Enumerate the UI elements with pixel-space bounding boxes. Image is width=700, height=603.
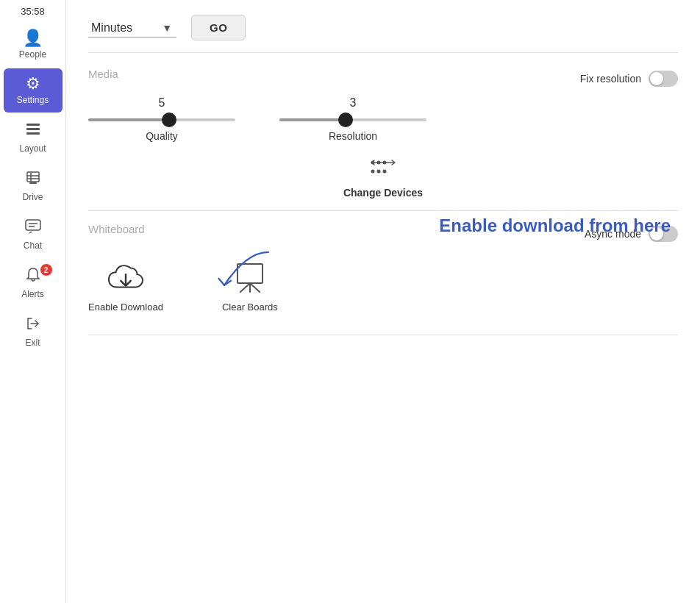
duration-row: Minutes Seconds Hours ▼ GO	[88, 15, 678, 40]
enable-download-icon	[107, 259, 144, 296]
exit-icon	[25, 315, 41, 335]
resolution-slider-thumb[interactable]	[338, 113, 353, 127]
enable-download-label: Enable Download	[88, 302, 163, 313]
async-mode-label: Async mode	[585, 228, 641, 240]
duration-dropdown[interactable]: Minutes Seconds Hours	[88, 18, 176, 38]
duration-dropdown-container: Minutes Seconds Hours ▼	[88, 18, 176, 38]
svg-line-23	[250, 283, 260, 292]
async-mode-group: Async mode	[585, 226, 678, 242]
divider-3	[88, 335, 678, 335]
sidebar-item-exit[interactable]: Exit	[4, 308, 63, 355]
clear-boards-label: Clear Boards	[222, 302, 278, 313]
sidebar-item-label-layout: Layout	[19, 143, 46, 154]
resolution-slider-fill	[279, 118, 346, 121]
whiteboard-items: Enable Download Clear Boards	[88, 259, 678, 313]
media-section: Media Fix resolution 5 Quality 3	[88, 68, 678, 211]
async-mode-toggle[interactable]	[649, 226, 678, 242]
divider-2	[88, 210, 678, 211]
people-icon: 👤	[23, 30, 43, 46]
change-devices-section: Change Devices	[88, 157, 678, 199]
sidebar-item-label-drive: Drive	[22, 192, 43, 202]
time-display: 35:58	[21, 6, 45, 17]
clear-boards-icon	[232, 259, 268, 296]
alerts-badge: 2	[40, 264, 52, 276]
svg-point-16	[371, 170, 375, 174]
duration-section: Minutes Seconds Hours ▼ GO	[88, 15, 678, 53]
sidebar-item-chat[interactable]: Chat	[4, 211, 63, 258]
quality-label: Quality	[146, 130, 178, 142]
sidebar-item-drive[interactable]: Drive	[4, 163, 63, 210]
fix-resolution-label: Fix resolution	[580, 73, 641, 85]
sidebar-item-alerts[interactable]: 2 Alerts	[4, 260, 63, 307]
main-content: Minutes Seconds Hours ▼ GO Media Fix res…	[66, 0, 700, 603]
enable-download-action[interactable]: Enable Download	[88, 259, 163, 313]
quality-slider-fill	[88, 118, 169, 121]
quality-slider-thumb[interactable]	[162, 113, 176, 127]
sidebar-item-label-settings: Settings	[17, 95, 49, 105]
sidebar-item-label-alerts: Alerts	[21, 289, 44, 299]
async-mode-toggle-thumb	[650, 227, 663, 240]
svg-rect-20	[238, 264, 262, 283]
svg-rect-3	[27, 172, 39, 182]
alerts-icon	[25, 267, 41, 286]
sidebar-item-label-people: People	[19, 49, 46, 60]
fix-resolution-toggle-thumb	[650, 72, 663, 85]
sidebar-item-settings[interactable]: ⚙ Settings	[4, 68, 63, 113]
svg-point-17	[377, 170, 381, 174]
sidebar-item-layout[interactable]: Layout	[4, 114, 63, 161]
resolution-label: Resolution	[329, 130, 377, 142]
sidebar: 35:58 👤 People ⚙ Settings Layout	[0, 0, 66, 603]
resolution-slider-group: 3 Resolution	[279, 96, 426, 142]
svg-rect-1	[26, 128, 40, 130]
go-button[interactable]: GO	[191, 15, 246, 40]
layout-icon	[25, 121, 41, 140]
quality-slider-group: 5 Quality	[88, 96, 235, 142]
resolution-value: 3	[350, 96, 357, 110]
svg-rect-7	[29, 182, 37, 184]
chat-icon	[24, 218, 42, 238]
quality-value: 5	[159, 96, 165, 110]
svg-rect-0	[26, 124, 40, 126]
divider-1	[88, 52, 678, 53]
resolution-slider-track[interactable]	[279, 118, 426, 121]
svg-line-22	[240, 283, 250, 292]
quality-slider-track[interactable]	[88, 118, 235, 121]
media-header-row: Media Fix resolution	[88, 68, 678, 89]
fix-resolution-group: Fix resolution	[580, 71, 678, 87]
clear-boards-action[interactable]: Clear Boards	[222, 259, 278, 313]
svg-point-18	[383, 170, 387, 174]
sliders-row: 5 Quality 3 Resolution	[88, 96, 678, 142]
drive-icon	[25, 170, 41, 189]
sidebar-item-label-exit: Exit	[25, 338, 40, 348]
whiteboard-section: Whiteboard Async mode Enable download fr…	[88, 223, 678, 335]
sidebar-item-label-chat: Chat	[24, 240, 42, 251]
media-label: Media	[88, 68, 118, 80]
fix-resolution-toggle[interactable]	[649, 71, 678, 87]
whiteboard-label: Whiteboard	[88, 223, 145, 235]
change-devices-icon	[367, 157, 399, 182]
svg-rect-8	[26, 220, 40, 230]
sidebar-item-people[interactable]: 👤 People	[4, 23, 63, 67]
change-devices-label[interactable]: Change Devices	[343, 187, 423, 199]
whiteboard-header-row: Whiteboard Async mode	[88, 223, 678, 244]
svg-rect-2	[26, 132, 40, 135]
settings-icon: ⚙	[26, 76, 40, 92]
